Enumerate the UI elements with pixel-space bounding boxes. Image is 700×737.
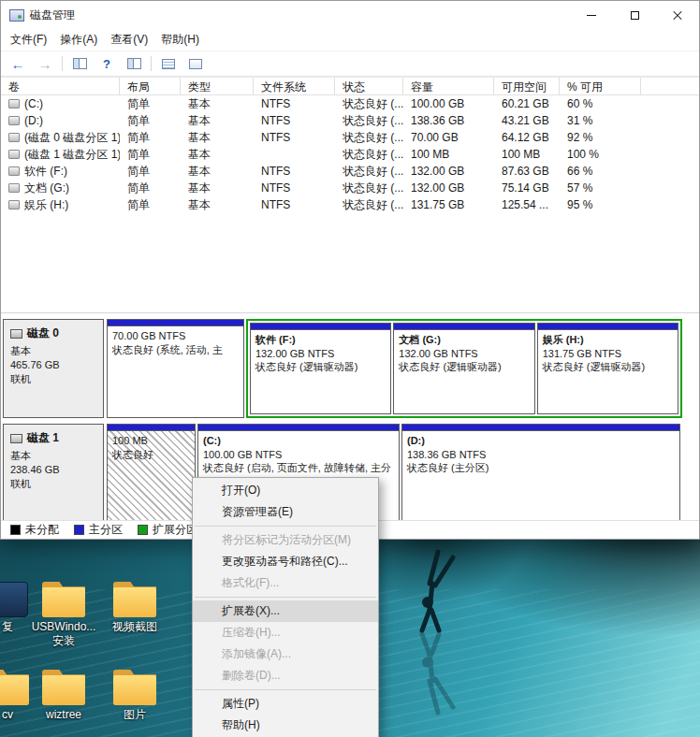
cell-free: 100 MB [494, 148, 560, 161]
partition-color-band [394, 324, 533, 330]
desktop-icon-label: wiztree [28, 708, 99, 722]
context-menu-item[interactable]: 打开(O) [193, 480, 378, 501]
legend-item: 未分配 [10, 522, 59, 538]
forward-icon[interactable]: → [35, 53, 55, 74]
partition-H[interactable]: 娱乐 (H:)131.75 GB NTFS状态良好 (逻辑驱动器) [537, 323, 678, 414]
disk-list-glyph [162, 59, 175, 69]
legend-color-swatch [74, 525, 84, 535]
menu-item[interactable]: 文件(F) [4, 29, 53, 51]
volume-name: (D:) [24, 114, 43, 127]
volume-row[interactable]: (磁盘 1 磁盘分区 1)简单基本状态良好 (...100 MB100 MB10… [1, 146, 699, 163]
menu-item[interactable]: 查看(V) [104, 29, 154, 51]
partition[interactable]: 70.00 GB NTFS状态良好 (系统, 活动, 主 [107, 319, 244, 418]
app-icon [0, 582, 28, 617]
context-menu-item[interactable]: 属性(P) [193, 693, 378, 715]
volume-row[interactable]: 文档 (G:)简单基本NTFS状态良好 (...132.00 GB75.14 G… [1, 180, 699, 196]
volume-icon [8, 116, 20, 125]
column-header[interactable]: 容量 [403, 78, 494, 94]
toolbar-separator [151, 56, 152, 71]
partition-G[interactable]: 文档 (G:)132.00 GB NTFS状态良好 (逻辑驱动器) [393, 323, 534, 414]
cell-capacity: 100.00 GB [403, 97, 494, 110]
desktop-icon-USBWindo...[interactable]: USBWindo...安装 [28, 582, 99, 648]
close-button[interactable] [656, 1, 699, 29]
column-header[interactable]: % 可用 [560, 78, 641, 94]
cell-free: 60.21 GB [494, 97, 560, 110]
desktop-icon-label-2: 安装 [28, 634, 99, 648]
partition-info: 娱乐 (H:)131.75 GB NTFS状态良好 (逻辑驱动器) [538, 330, 678, 413]
column-header[interactable]: 布局 [120, 78, 181, 94]
maximize-button[interactable] [613, 1, 656, 29]
cell-fs: NTFS [254, 165, 335, 178]
context-menu-item: 添加镜像(A)... [193, 643, 378, 665]
context-menu-item[interactable]: 更改驱动器号和路径(C)... [193, 551, 378, 572]
disk-label-panel[interactable]: 磁盘 0基本465.76 GB联机 [3, 319, 104, 418]
menu-bar: 文件(F)操作(A)查看(V)帮助(H) [1, 29, 699, 51]
column-header[interactable]: 卷 [1, 78, 120, 94]
minimize-button[interactable] [570, 1, 613, 29]
column-header[interactable]: 状态 [335, 78, 403, 94]
partition-color-band [402, 425, 679, 431]
disk-management-app-icon [9, 9, 24, 22]
graph-view-icon[interactable] [185, 53, 206, 74]
minimize-icon [587, 15, 596, 16]
disk-name: 磁盘 0 [27, 325, 59, 341]
title-bar[interactable]: 磁盘管理 [1, 1, 699, 29]
column-header[interactable]: 类型 [181, 78, 254, 94]
menu-item[interactable]: 操作(A) [53, 29, 104, 51]
cell-status: 状态良好 (... [335, 96, 403, 112]
volume-name: 文档 (G:) [24, 181, 69, 195]
cell-type: 基本 [181, 96, 254, 112]
disk-list-icon[interactable] [158, 53, 179, 74]
context-menu-item: 格式化(F)... [193, 572, 378, 594]
partition-D[interactable]: (D:)138.36 GB NTFS状态良好 (主分区) [401, 424, 680, 520]
cell-volume: (磁盘 0 磁盘分区 1) [1, 130, 120, 146]
volume-row[interactable]: (磁盘 0 磁盘分区 1)简单基本NTFS状态良好 (...70.00 GB64… [1, 129, 699, 146]
context-menu-item: 压缩卷(H)... [193, 622, 378, 643]
partition-label: 文档 (G:) [399, 333, 529, 347]
desktop-icon-label: USBWindo... [28, 620, 99, 634]
context-menu-item[interactable]: 资源管理器(E) [193, 501, 378, 523]
help-glyph: ? [103, 57, 110, 71]
volume-row[interactable]: (D:)简单基本NTFS状态良好 (...138.36 GB43.21 GB31… [1, 112, 699, 129]
volume-row[interactable]: 软件 (F:)简单基本NTFS状态良好 (...132.00 GB87.63 G… [1, 163, 699, 180]
column-header[interactable]: 可用空间 [494, 78, 560, 94]
partition-label: 软件 (F:) [255, 333, 386, 347]
partition-info: 文档 (G:)132.00 GB NTFS状态良好 (逻辑驱动器) [394, 330, 533, 413]
volume-row[interactable]: (C:)简单基本NTFS状态良好 (...100.00 GB60.21 GB60… [1, 95, 699, 112]
partition[interactable]: 100 MB状态良好 [107, 424, 196, 520]
desktop-icon-wiztree[interactable]: wiztree [28, 670, 99, 722]
cell-status: 状态良好 (... [335, 147, 403, 163]
action-pane-icon[interactable] [124, 53, 144, 74]
menu-item[interactable]: 帮助(H) [154, 29, 206, 51]
partition-size: 100.00 GB NTFS [203, 448, 394, 462]
legend-item: 主分区 [74, 522, 123, 538]
cell-capacity: 100 MB [403, 148, 494, 161]
cell-layout: 简单 [120, 96, 181, 112]
desktop-icon-视频截图[interactable]: 视频截图 [99, 582, 170, 634]
context-menu-item[interactable]: 扩展卷(X)... [193, 600, 378, 622]
partition-color-band [108, 320, 243, 326]
partition-color-band [108, 425, 195, 431]
column-header[interactable]: 文件系统 [254, 78, 335, 94]
extended-partition-container: 软件 (F:)132.00 GB NTFS状态良好 (逻辑驱动器)文档 (G:)… [246, 319, 682, 418]
menu-separator [195, 597, 376, 598]
context-menu-item[interactable]: 帮助(H) [193, 715, 378, 736]
help-icon[interactable]: ? [96, 53, 117, 74]
partition-F[interactable]: 软件 (F:)132.00 GB NTFS状态良好 (逻辑驱动器) [250, 323, 391, 414]
back-icon[interactable]: ← [7, 53, 28, 74]
legend-label: 未分配 [25, 522, 59, 538]
cell-volume: (D:) [1, 114, 120, 127]
cell-layout: 简单 [120, 181, 181, 196]
desktop-icon-图片[interactable]: 图片 [99, 670, 170, 722]
disk-label-panel[interactable]: 磁盘 1基本238.46 GB联机 [3, 424, 104, 520]
console-tree-icon[interactable] [69, 53, 90, 74]
volume-row[interactable]: 娱乐 (H:)简单基本NTFS状态良好 (...131.75 GB125.54 … [1, 196, 699, 213]
cell-capacity: 132.00 GB [403, 165, 494, 178]
cell-volume: 娱乐 (H:) [1, 197, 120, 213]
cell-capacity: 132.00 GB [403, 181, 494, 195]
partition-status: 状态良好 (启动, 页面文件, 故障转储, 主分 [203, 461, 394, 475]
folder-icon [113, 582, 156, 617]
partition-label: (D:) [407, 434, 675, 448]
cell-volume: (磁盘 1 磁盘分区 1) [1, 147, 120, 163]
menu-separator [195, 526, 376, 527]
